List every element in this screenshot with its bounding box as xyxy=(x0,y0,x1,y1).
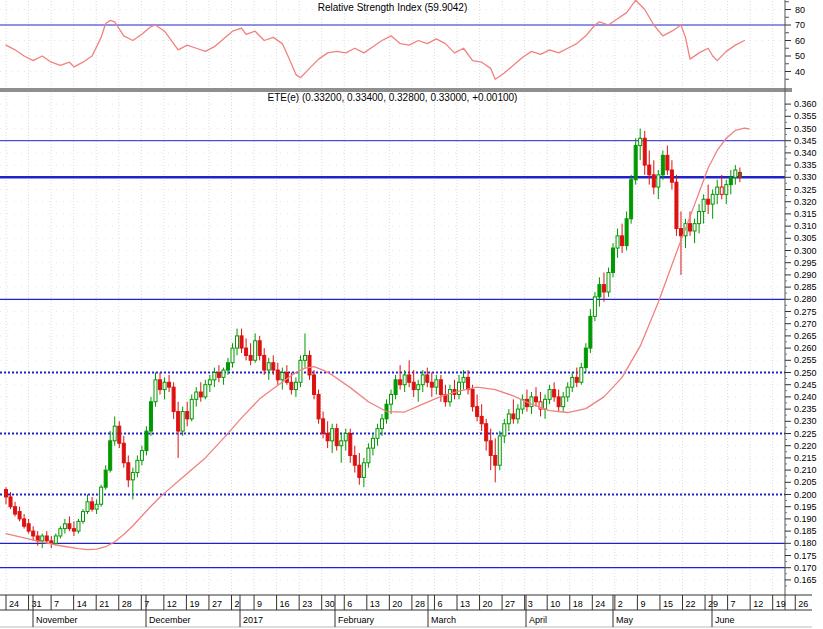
candle xyxy=(693,224,696,231)
candle xyxy=(91,502,94,509)
candle xyxy=(50,541,53,543)
candle xyxy=(358,465,361,477)
candle xyxy=(254,341,257,361)
price-tick-label: 0.210 xyxy=(794,465,817,475)
candle xyxy=(317,394,320,418)
month-label: April xyxy=(529,615,547,625)
candle xyxy=(666,155,669,170)
candle xyxy=(249,355,252,360)
candle xyxy=(612,248,615,272)
price-tick-label: 0.190 xyxy=(794,514,817,524)
candle xyxy=(584,348,587,368)
candle xyxy=(394,380,397,395)
candle xyxy=(95,504,98,509)
candle xyxy=(362,463,365,478)
candle xyxy=(403,375,406,385)
candle xyxy=(661,155,664,175)
candle xyxy=(267,363,270,370)
candle xyxy=(159,380,162,390)
candle xyxy=(208,380,211,385)
price-tick-label: 0.235 xyxy=(794,404,817,414)
price-tick-label: 0.255 xyxy=(794,355,817,365)
price-tick-label: 0.180 xyxy=(794,538,817,548)
day-label: 27 xyxy=(505,599,515,609)
candle xyxy=(380,419,383,429)
candle xyxy=(675,182,678,228)
candle xyxy=(503,424,506,436)
price-tick-label: 0.295 xyxy=(794,258,817,268)
candle xyxy=(294,382,297,389)
price-tick-label: 0.220 xyxy=(794,441,817,451)
candle xyxy=(439,380,442,395)
candle xyxy=(467,377,470,389)
price-tick-label: 0.330 xyxy=(794,172,817,182)
day-label: 13 xyxy=(460,599,470,609)
candle xyxy=(698,211,701,223)
day-label: 26 xyxy=(798,599,808,609)
price-tick-label: 0.250 xyxy=(794,368,817,378)
day-label: 9 xyxy=(640,599,645,609)
day-label: 20 xyxy=(392,599,402,609)
candle xyxy=(580,368,583,383)
candle xyxy=(68,524,71,529)
candle xyxy=(621,236,624,246)
candle xyxy=(195,392,198,399)
candle xyxy=(435,380,438,387)
candle xyxy=(430,382,433,387)
candle xyxy=(168,382,171,387)
candle xyxy=(480,416,483,423)
candle xyxy=(371,438,374,448)
price-tick-label: 0.290 xyxy=(794,270,817,280)
candle xyxy=(27,524,30,531)
candle xyxy=(494,455,497,465)
price-tick-label: 0.175 xyxy=(794,551,817,561)
day-label: 12 xyxy=(753,599,763,609)
day-label: 7 xyxy=(54,599,59,609)
candle xyxy=(303,355,306,360)
price-tick-label: 0.215 xyxy=(794,453,817,463)
candle xyxy=(643,138,646,165)
candle xyxy=(5,490,8,497)
day-label: 24 xyxy=(595,599,605,609)
price-tick-label: 0.310 xyxy=(794,221,817,231)
price-tick-label: 0.195 xyxy=(794,502,817,512)
candle xyxy=(14,507,17,514)
candle xyxy=(240,336,243,348)
day-label: 3 xyxy=(528,599,533,609)
candle xyxy=(104,470,107,487)
candle xyxy=(498,436,501,465)
candle xyxy=(272,363,275,370)
candle xyxy=(353,455,356,465)
candle xyxy=(231,348,234,363)
price-tick-label: 0.335 xyxy=(794,160,817,170)
day-label: 2 xyxy=(618,599,623,609)
candle xyxy=(593,297,596,317)
candle xyxy=(82,512,85,522)
candle xyxy=(236,336,239,348)
candle xyxy=(516,409,519,419)
day-label: 14 xyxy=(77,599,87,609)
candle xyxy=(32,531,35,536)
day-label: 16 xyxy=(280,599,290,609)
candle xyxy=(349,434,352,456)
day-label: 29 xyxy=(708,599,718,609)
candle xyxy=(154,380,157,402)
day-label: 13 xyxy=(370,599,380,609)
stock-chart-window: 40506070800.1650.1700.1750.1800.1850.190… xyxy=(0,0,823,629)
candle xyxy=(421,375,424,385)
price-tick-label: 0.280 xyxy=(794,294,817,304)
candle xyxy=(734,170,737,177)
candle xyxy=(562,397,565,407)
candle xyxy=(412,382,415,389)
candle xyxy=(313,375,316,395)
day-label: 7 xyxy=(731,599,736,609)
candle xyxy=(100,487,103,504)
day-label: 12 xyxy=(167,599,177,609)
candle xyxy=(689,224,692,231)
day-label: 7 xyxy=(144,599,149,609)
candle xyxy=(290,382,293,389)
price-tick-label: 0.225 xyxy=(794,429,817,439)
candle xyxy=(707,199,710,204)
day-label: 6 xyxy=(437,599,442,609)
day-label: 28 xyxy=(122,599,132,609)
